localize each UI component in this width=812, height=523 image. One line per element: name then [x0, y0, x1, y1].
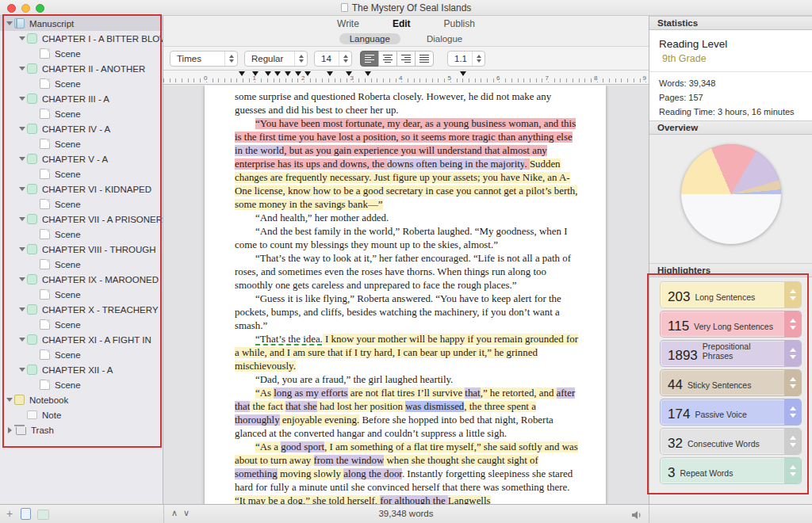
sidebar-item[interactable]: Scene — [0, 46, 163, 61]
disclosure-triangle-icon[interactable] — [17, 67, 27, 71]
sidebar-item[interactable]: CHAPTER IX - MAROONED — [0, 272, 163, 287]
disclosure-triangle-icon[interactable] — [5, 21, 14, 25]
folder-icon — [27, 365, 37, 375]
disclosure-triangle-icon[interactable] — [17, 247, 27, 251]
tab-stop-marker[interactable] — [460, 71, 466, 76]
sidebar-item[interactable]: CHAPTER VIII - THROUGH — [0, 242, 163, 257]
highlighter-row[interactable]: 1893Prepositional Phrases — [660, 340, 802, 367]
highlighter-row[interactable]: 115Very Long Sentences — [660, 311, 802, 338]
reading-level-label: Reading Level — [659, 38, 802, 50]
disclosure-triangle-icon[interactable] — [17, 36, 27, 40]
highlighter-row[interactable]: 44Sticky Sentences — [660, 369, 802, 396]
sidebar-item[interactable]: Scene — [0, 377, 163, 392]
sidebar-item[interactable]: Note — [0, 407, 163, 422]
highlighter-stepper[interactable] — [784, 341, 801, 366]
disclosure-triangle-icon[interactable] — [17, 307, 27, 311]
sidebar-item[interactable]: Manuscript — [0, 16, 163, 31]
disclosure-triangle-icon[interactable] — [17, 97, 27, 101]
toggle-language[interactable]: Language — [339, 33, 400, 44]
tab-edit[interactable]: Edit — [393, 18, 411, 29]
disclosure-triangle-icon[interactable] — [5, 398, 14, 402]
sidebar-item[interactable]: CHAPTER X - TREACHERY — [0, 302, 163, 317]
highlighter-row[interactable]: 174Passive Voice — [660, 399, 802, 426]
tab-stop-marker[interactable] — [265, 71, 271, 76]
folder-view-icon[interactable] — [37, 510, 49, 520]
align-center-button[interactable] — [378, 51, 397, 67]
sidebar-item-label: CHAPTER II - ANOTHER — [42, 64, 145, 74]
disclosure-triangle-icon[interactable] — [17, 277, 27, 281]
text-span: downs often being in the majority — [387, 158, 525, 170]
sidebar-item[interactable]: Notebook — [0, 392, 163, 407]
sidebar-item[interactable]: CHAPTER VI - KIDNAPED — [0, 181, 163, 197]
disclosure-triangle-icon[interactable] — [17, 338, 27, 342]
disclosure-triangle-icon[interactable] — [17, 187, 27, 191]
paragraph: “Guess it is like flying,” Roberta answe… — [235, 292, 582, 333]
disclosure-triangle-icon[interactable] — [17, 127, 27, 131]
highlighter-row[interactable]: 32Consecutive Words — [660, 428, 802, 455]
tab-stop-marker[interactable] — [239, 71, 245, 76]
manuscript-page[interactable]: some surprise and questioned Roberta clo… — [205, 86, 606, 504]
tab-stop-marker[interactable] — [274, 71, 281, 76]
highlighter-row[interactable]: 3Repeat Words — [660, 457, 802, 484]
sidebar-item[interactable]: CHAPTER III - A — [0, 91, 163, 106]
highlighter-stepper[interactable] — [784, 429, 801, 454]
sidebar-item[interactable]: Scene — [0, 166, 163, 181]
sidebar-item[interactable]: Scene — [0, 347, 163, 362]
add-item-button[interactable]: + — [6, 507, 13, 520]
note-icon — [27, 410, 37, 419]
tab-stop-marker[interactable] — [365, 71, 371, 76]
sidebar-item[interactable]: Scene — [0, 106, 163, 121]
sidebar-item[interactable]: Scene — [0, 287, 163, 302]
sidebar-item[interactable]: Scene — [0, 76, 163, 91]
disclosure-triangle-icon[interactable] — [17, 368, 27, 372]
sidebar-item[interactable]: CHAPTER V - A — [0, 151, 163, 166]
tab-stop-marker[interactable] — [295, 71, 301, 76]
disclosure-triangle-icon[interactable] — [5, 427, 14, 433]
book-view-icon[interactable] — [21, 508, 31, 520]
align-left-button[interactable] — [360, 51, 379, 67]
ruler-number: 6 — [496, 74, 500, 82]
sidebar-item[interactable]: Scene — [0, 227, 163, 242]
highlighter-stepper[interactable] — [784, 311, 801, 337]
sidebar-item[interactable]: CHAPTER II - ANOTHER — [0, 61, 163, 76]
sidebar-item[interactable]: Scene — [0, 136, 163, 151]
toggle-dialogue[interactable]: Dialogue — [416, 33, 473, 44]
sidebar-item[interactable]: Scene — [0, 257, 163, 272]
paragraph: “And the best family in the world,” Robe… — [235, 225, 582, 252]
paragraph: “That’s the idea. I know your mother wil… — [235, 333, 582, 373]
highlighter-stepper[interactable] — [784, 399, 801, 425]
text-span: “And health,” her mother added. — [255, 212, 389, 223]
text-span: “Dad, you are a fraud,” the girl laughed… — [255, 374, 453, 385]
tab-write[interactable]: Write — [337, 18, 359, 29]
sidebar-item[interactable]: Scene — [0, 197, 163, 212]
sidebar-item[interactable]: CHAPTER XII - A — [0, 362, 163, 377]
sidebar-item[interactable]: CHAPTER IV - A — [0, 121, 163, 136]
page-icon — [40, 319, 50, 330]
sidebar-item[interactable]: Scene — [0, 317, 163, 332]
editor-column: Write Edit Publish Language Dialogue Tim… — [163, 16, 649, 504]
font-family-select[interactable]: Times — [170, 51, 238, 67]
disclosure-triangle-icon[interactable] — [17, 217, 27, 221]
highlighter-stepper[interactable] — [784, 370, 801, 395]
tab-stop-marker[interactable] — [285, 71, 291, 76]
highlighter-row[interactable]: 203Long Sentences — [660, 281, 802, 308]
highlighter-stepper[interactable] — [784, 458, 801, 483]
sidebar-item[interactable]: CHAPTER I - A BITTER BLOW — [0, 31, 163, 46]
tab-stop-marker[interactable] — [304, 71, 311, 76]
line-spacing-select[interactable]: 1.1 — [447, 51, 485, 67]
highlighter-stepper[interactable] — [784, 282, 801, 307]
tab-publish[interactable]: Publish — [444, 18, 475, 29]
sidebar-item[interactable]: CHAPTER VII - A PRISONER — [0, 212, 163, 227]
speaker-icon[interactable] — [631, 509, 642, 523]
sidebar-item[interactable]: CHAPTER XI - A FIGHT IN — [0, 332, 163, 347]
font-style-select[interactable]: Regular — [244, 51, 308, 67]
align-right-button[interactable] — [396, 51, 416, 67]
paragraph: “And health,” her mother added. — [235, 212, 582, 225]
tab-stop-marker[interactable] — [252, 71, 259, 76]
disclosure-triangle-icon[interactable] — [17, 157, 27, 161]
tab-stop-marker[interactable] — [346, 71, 352, 76]
tab-stop-marker[interactable] — [327, 71, 333, 76]
align-justify-button[interactable] — [415, 51, 434, 67]
font-size-select[interactable]: 14 — [314, 51, 352, 67]
sidebar-item[interactable]: Trash — [0, 422, 163, 437]
